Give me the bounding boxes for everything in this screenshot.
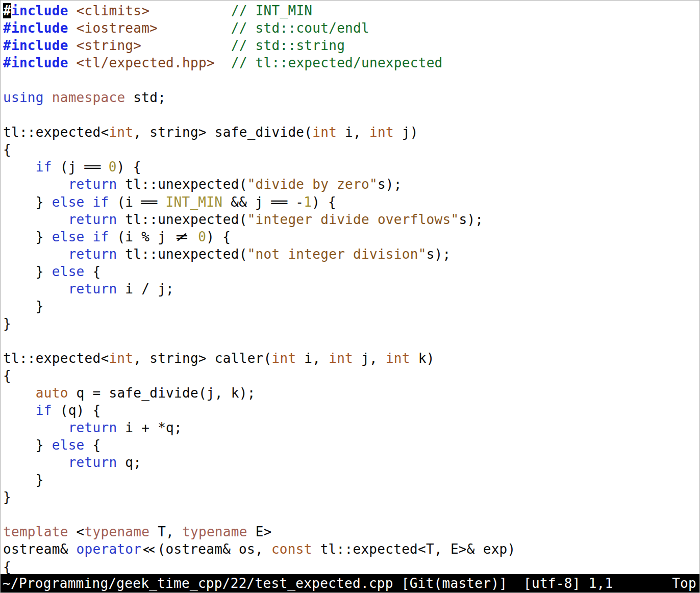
code-token: // std::cout/endl [231,20,369,36]
code-token: #include [3,38,68,53]
code-token: } [3,489,11,505]
code-token: int [386,351,410,366]
code-token: s); [427,246,451,262]
code-line[interactable]: using namespace std; [3,89,699,106]
code-token: } [3,299,44,314]
statusline: ~/Programming/geek_time_cpp/22/test_expe… [1,574,699,592]
code-token: tl::expected< [3,351,109,366]
code-line[interactable]: { [3,141,699,158]
code-line[interactable]: #include <tl/expected.hpp> // tl::expect… [3,54,699,71]
code-line[interactable]: } [3,298,699,315]
code-line[interactable]: if (q) { [3,402,699,419]
code-line[interactable]: } [3,488,699,506]
code-token: , string> caller( [133,351,271,366]
code-token: tl::unexpected( [117,246,247,262]
code-token: if [36,403,52,418]
code-token: auto [36,385,68,401]
code-line[interactable]: } else { [3,263,699,280]
code-token: else [52,264,85,279]
code-token: tl::expected< [3,125,109,140]
code-token: int [272,351,296,366]
code-token: "divide by zero" [247,177,378,192]
code-line[interactable]: #include <string> // std::string [3,37,699,54]
code-line[interactable] [3,506,699,523]
cursor: # [3,3,11,18]
code-token: } [3,472,44,487]
code-token: } [3,229,52,244]
code-line[interactable]: return tl::unexpected("divide by zero"s)… [3,176,699,193]
code-line[interactable] [3,71,699,89]
code-token [85,194,93,210]
code-token: } [3,194,52,210]
code-line[interactable]: #include <iostream> // std::cout/endl [3,19,699,37]
code-line[interactable]: return tl::unexpected("not integer divis… [3,245,699,263]
code-token: (ostream& os, [158,541,271,557]
code-token: if [36,159,52,175]
code-token [3,159,36,175]
code-token: <string> [77,38,142,53]
code-line[interactable]: } else if (i = INT_MIN && j = -1) { [3,193,699,211]
code-line[interactable]: tl::expected<int, string> caller(int i, … [3,350,699,367]
code-area[interactable]: #include <climits> // INT_MIN#include <i… [1,1,699,574]
code-token: template [3,524,68,539]
code-token: return [68,246,117,262]
code-line[interactable]: return q; [3,454,699,471]
code-token: tl::unexpected( [117,177,247,192]
code-line[interactable] [3,332,699,350]
code-line[interactable]: { [3,367,699,384]
code-token: { [3,142,11,157]
code-token: , string> safe_divide( [133,125,312,140]
code-token: <climits> [77,3,150,18]
code-token [68,38,77,53]
code-token: typename [182,524,247,539]
code-token: using [3,90,44,105]
code-token: k) [410,351,435,366]
code-token: i / j; [117,281,174,296]
code-token: if [93,229,109,244]
code-token [68,3,77,18]
code-token: { [85,264,101,279]
code-token: "integer divide overflows" [247,212,459,227]
code-token: "not integer division" [247,246,427,262]
code-token [158,20,231,36]
code-line[interactable]: return tl::unexpected("integer divide ov… [3,211,699,228]
code-token: return [68,455,117,470]
code-token: int [109,351,133,366]
code-token: = [260,193,298,211]
code-line[interactable]: auto q = safe_divide(j, k); [3,384,699,402]
code-line[interactable]: template <typename T, typename E> [3,523,699,540]
code-token: INT_MIN [166,194,223,210]
code-line[interactable]: if (j = 0) { [3,158,699,176]
code-line[interactable]: } else { [3,436,699,454]
code-token: j) [394,125,418,140]
code-line[interactable]: { [3,558,699,575]
code-token: 1 [304,194,312,210]
code-token: s); [459,212,483,227]
code-line[interactable]: return i / j; [3,280,699,298]
code-line[interactable]: #include <climits> // INT_MIN [3,2,699,19]
code-token [3,420,68,435]
code-token: else [52,229,85,244]
code-token: const [271,541,312,557]
code-token: int [369,125,394,140]
code-token: return [68,281,117,296]
code-line[interactable]: } [3,471,699,488]
code-line[interactable]: } [3,315,699,332]
code-token [141,38,231,53]
code-token: j, [353,351,386,366]
vim-window: #include <climits> // INT_MIN#include <i… [0,0,700,593]
code-token: tl::unexpected( [117,212,247,227]
code-token: include [11,3,68,18]
code-token [3,403,36,418]
code-line[interactable]: return i + *q; [3,419,699,436]
code-token: } [3,437,52,453]
code-token: // INT_MIN [231,3,313,18]
code-token [3,281,68,296]
code-token [3,455,68,470]
code-line[interactable]: } else if (i % j ≠ 0) { [3,228,699,245]
code-line[interactable] [3,106,699,123]
code-token: return [68,420,117,435]
code-line[interactable]: ostream& operator«(ostream& os, const tl… [3,540,699,558]
code-line[interactable]: tl::expected<int, string> safe_divide(in… [3,123,699,141]
code-token [85,229,93,244]
